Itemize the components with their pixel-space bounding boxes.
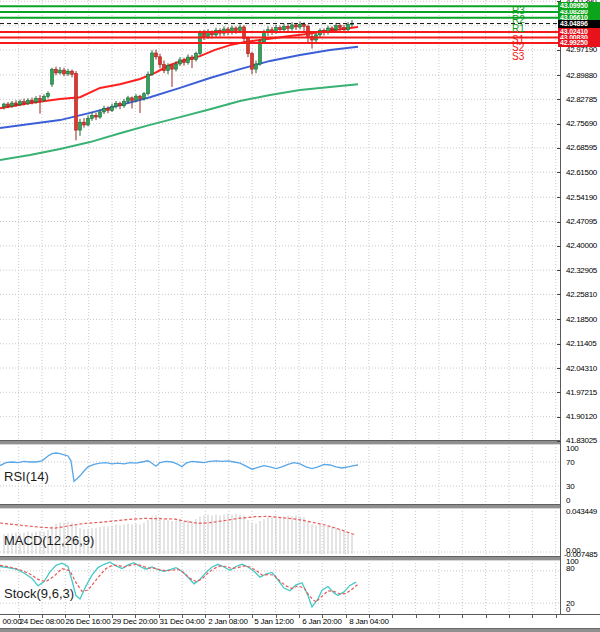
price-axis-label: 42.40000 (566, 241, 597, 250)
price-axis-tick (557, 417, 561, 418)
candle-body (299, 24, 302, 27)
rsi-indicator-label: RSI(14) (4, 469, 49, 484)
time-axis-label: 6 Jan 20:00 (302, 617, 342, 626)
price-axis-label: 41.97215 (566, 388, 597, 397)
candle-body (119, 103, 122, 105)
price-axis: 43.1139042.9719042.8988042.8278542.75690… (560, 0, 600, 614)
candle-body (39, 99, 42, 101)
candle-body (11, 103, 14, 106)
stoch-panel-axis-label: 80 (566, 564, 574, 573)
price-axis-tick (557, 319, 561, 320)
candle-body (147, 74, 150, 94)
candle-body (107, 108, 110, 110)
price-axis-tick (557, 222, 561, 223)
price-axis-label: 42.11405 (566, 339, 596, 348)
candle-body (343, 28, 346, 30)
candle-body (3, 104, 6, 107)
time-axis-tick (509, 615, 510, 618)
candle-body (239, 27, 242, 30)
candle-body (51, 69, 54, 84)
candle-body (279, 28, 282, 30)
candle-body (91, 115, 94, 118)
time-axis-tick (486, 615, 487, 618)
time-axis-tick (392, 615, 393, 618)
time-axis-line (0, 614, 600, 615)
pivot-label-r1: R1 (512, 24, 525, 34)
candle-body (303, 24, 306, 26)
macd-indicator-label: MACD(12,26,9) (4, 533, 94, 548)
price-axis-tick (557, 75, 561, 76)
candle-body (47, 93, 50, 96)
candle-body (143, 94, 146, 99)
time-axis-label: 2 Jan 08:00 (208, 617, 248, 626)
time-axis-tick (299, 615, 300, 618)
price-axis-tick (557, 148, 561, 149)
price-level-badge: 43.09950 (558, 2, 600, 10)
candle-body (31, 100, 34, 102)
candle-body (151, 53, 154, 74)
candle-body (295, 25, 298, 27)
price-axis-tick (557, 99, 561, 100)
time-axis-tick (252, 615, 253, 618)
candle-body (135, 96, 138, 100)
time-axis-tick (416, 615, 417, 618)
rsi-panel-axis-label: 0 (566, 496, 570, 505)
candle-body (255, 64, 258, 69)
candle-body (291, 25, 294, 28)
candle-body (251, 54, 254, 69)
price-level-badge: 42.99250 (558, 39, 600, 47)
candle-body (43, 97, 46, 101)
price-axis-label: 41.90120 (566, 412, 597, 421)
macd-panel-axis-label: 0.043449 (566, 507, 597, 516)
candle-body (347, 25, 350, 30)
time-axis-tick (205, 615, 206, 618)
ma-fast-line (0, 27, 358, 108)
candle-body (159, 57, 162, 65)
candle-body (163, 65, 166, 71)
time-axis-label: 8 Jan 04:00 (349, 617, 389, 626)
candle-body (247, 38, 250, 53)
panel-separator[interactable] (0, 504, 600, 509)
price-axis-label: 42.18500 (566, 315, 597, 324)
candle-body (95, 115, 98, 117)
panel-separator[interactable] (0, 556, 600, 561)
stoch-indicator-label: Stock(9,6,3) (4, 586, 74, 601)
candle-body (103, 108, 106, 111)
ma-slow-line (0, 84, 358, 160)
price-axis-label: 42.82785 (566, 95, 597, 104)
candle-body (131, 98, 134, 100)
candle-body (19, 102, 22, 105)
candle-body (75, 74, 78, 131)
candle-body (139, 96, 142, 98)
time-axis-tick (346, 615, 347, 618)
candle-body (259, 42, 262, 64)
price-level-badge: 43.04896 (558, 20, 600, 28)
rsi-line (0, 453, 358, 481)
pivot-label-s3: S3 (512, 52, 524, 62)
candle-body (179, 60, 182, 64)
candle-body (115, 103, 118, 106)
candle-body (175, 64, 178, 69)
price-axis-label: 42.54190 (566, 193, 597, 202)
candle-body (67, 71, 70, 74)
candle-body (283, 26, 286, 29)
price-axis-tick (557, 270, 561, 271)
price-axis-label: 42.75690 (566, 119, 597, 128)
time-axis-label: 24 Dec 08:00 (19, 617, 64, 626)
candle-body (171, 66, 174, 69)
candle-body (287, 26, 290, 28)
price-axis-tick (557, 392, 561, 393)
rsi-panel-axis-label: 30 (566, 482, 574, 491)
candle-body (59, 70, 62, 73)
price-axis-tick (557, 124, 561, 125)
candle-body (191, 57, 194, 59)
panel-separator[interactable] (0, 440, 600, 445)
candle-body (15, 103, 18, 105)
price-axis-tick (557, 50, 561, 51)
price-axis-tick (557, 172, 561, 173)
price-axis-tick (557, 441, 561, 442)
candle-body (71, 71, 74, 74)
time-axis-tick (556, 615, 557, 618)
price-axis-tick (557, 368, 561, 369)
ma-mid-line (0, 47, 358, 128)
